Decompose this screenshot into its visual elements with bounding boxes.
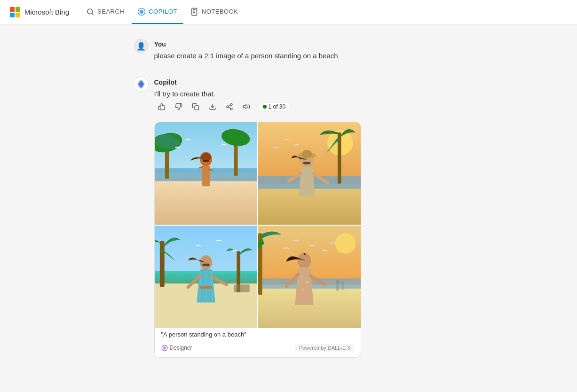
image-cell-3[interactable]: [155, 226, 257, 328]
share-button[interactable]: [222, 99, 237, 114]
counter-label: 1 of 30: [269, 103, 286, 110]
svg-point-68: [300, 275, 303, 279]
powered-by-badge: Powered by DALL-E 3: [295, 344, 354, 352]
chat-container: 👤 You please create a 2:1 image of a per…: [124, 39, 453, 358]
svg-point-19: [230, 108, 232, 110]
copilot-avatar: [134, 77, 149, 92]
user-message-text: please create a 2:1 image of a person st…: [154, 51, 444, 62]
svg-rect-76: [341, 285, 344, 290]
thumbs-down-button[interactable]: [171, 99, 186, 114]
thumbs-up-icon: [158, 103, 166, 110]
designer-label: Designer: [161, 345, 192, 351]
download-icon: [209, 103, 216, 110]
caption-text: "A person standing on a beach": [161, 331, 246, 338]
svg-rect-1: [16, 7, 20, 12]
user-avatar-icon: 👤: [136, 42, 146, 51]
copilot-nav-icon: [137, 8, 146, 16]
notebook-nav-label: NOTEBOOK: [202, 8, 238, 15]
svg-point-75: [341, 281, 344, 285]
svg-point-14: [140, 83, 142, 86]
copy-icon: [192, 103, 199, 110]
copilot-name: Copilot: [154, 78, 444, 86]
svg-point-7: [141, 11, 142, 12]
svg-point-65: [335, 233, 356, 254]
image-grid: [155, 122, 361, 328]
user-avatar: 👤: [134, 39, 149, 54]
svg-rect-15: [195, 106, 199, 110]
copilot-avatar-icon: [134, 78, 148, 91]
svg-point-4: [87, 9, 93, 14]
image-results-card: "A person standing on a beach" Designer: [154, 122, 361, 358]
main-content: 👤 You please create a 2:1 image of a per…: [0, 24, 577, 392]
svg-point-78: [164, 347, 166, 349]
svg-rect-61: [234, 284, 249, 292]
svg-point-18: [227, 106, 229, 108]
svg-point-67: [297, 253, 310, 268]
nav-item-search[interactable]: SEARCH: [80, 0, 130, 24]
svg-rect-51: [159, 241, 164, 287]
designer-text: Designer: [170, 345, 192, 351]
speaker-icon: [243, 103, 250, 110]
image-cell-2[interactable]: [258, 122, 361, 225]
svg-rect-0: [10, 7, 15, 12]
svg-line-5: [92, 13, 94, 15]
svg-rect-54: [202, 264, 209, 266]
header: Microsoft Bing SEARCH COPILOT: [0, 0, 577, 24]
svg-rect-3: [16, 13, 20, 17]
nav-bar: SEARCH COPILOT NOTEBOOK: [80, 0, 244, 24]
user-name: You: [154, 40, 444, 48]
nav-item-notebook[interactable]: NOTEBOOK: [185, 0, 244, 24]
logo-text: Microsoft Bing: [24, 8, 69, 16]
thumbs-up-button[interactable]: [154, 99, 169, 114]
action-bar: 1 of 30: [154, 99, 444, 114]
svg-rect-2: [10, 13, 15, 17]
nav-item-copilot[interactable]: COPILOT: [132, 0, 183, 24]
copilot-message-content: Copilot I'll try to create that.: [154, 77, 444, 358]
download-button[interactable]: [205, 99, 220, 114]
user-message: 👤 You please create a 2:1 image of a per…: [134, 39, 444, 62]
image-card-footer: "A person standing on a beach": [155, 328, 361, 343]
svg-point-44: [301, 150, 312, 158]
image-caption: "A person standing on a beach": [161, 330, 246, 338]
copilot-message: Copilot I'll try to create that.: [134, 77, 444, 358]
svg-rect-12: [191, 9, 192, 15]
search-nav-label: SEARCH: [97, 8, 124, 15]
copilot-message-text: I'll try to create that.: [154, 89, 444, 100]
image-cell-1[interactable]: [155, 122, 257, 225]
svg-rect-47: [303, 162, 310, 164]
svg-marker-22: [243, 104, 246, 109]
audio-button[interactable]: [239, 99, 254, 114]
notebook-icon: [190, 8, 199, 16]
svg-point-69: [305, 281, 308, 283]
svg-rect-74: [336, 284, 339, 290]
share-icon: [226, 103, 233, 110]
svg-line-20: [228, 107, 230, 109]
logo[interactable]: Microsoft Bing: [9, 7, 69, 18]
svg-rect-36: [203, 160, 209, 162]
powered-by-text: Powered by DALL-E 3: [299, 345, 350, 351]
svg-point-73: [335, 279, 340, 284]
designer-icon: [161, 345, 168, 351]
user-message-content: You please create a 2:1 image of a perso…: [154, 39, 444, 62]
svg-point-35: [201, 153, 211, 161]
svg-point-17: [230, 103, 232, 105]
image-cell-4[interactable]: [258, 226, 361, 328]
ms-logo-icon: [9, 7, 21, 18]
svg-rect-58: [199, 286, 212, 289]
thumbs-down-icon: [175, 103, 182, 110]
copilot-nav-label: COPILOT: [149, 8, 177, 15]
counter-badge: 1 of 30: [258, 102, 291, 111]
green-dot-indicator: [263, 105, 267, 109]
svg-point-70: [302, 289, 304, 290]
svg-line-21: [228, 105, 230, 106]
search-icon: [86, 8, 95, 16]
copy-button[interactable]: [188, 99, 203, 114]
